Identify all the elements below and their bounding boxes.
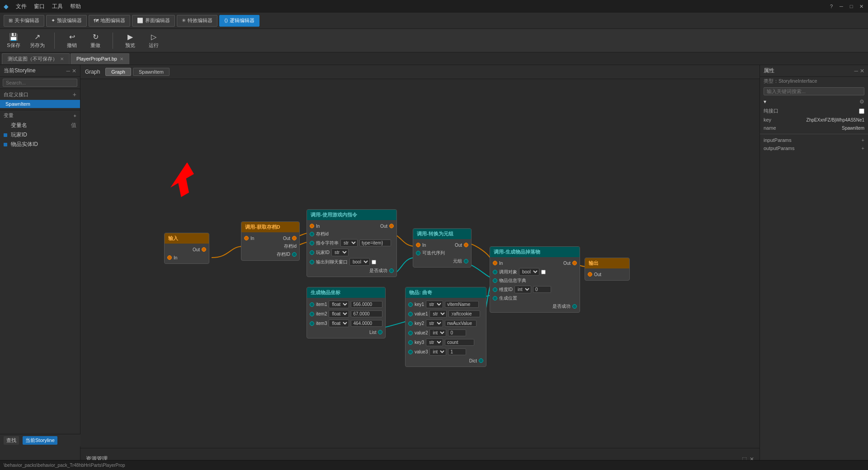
gc-item2-type[interactable]: float [329, 310, 349, 318]
input-in-port[interactable] [167, 255, 172, 260]
ugc-chat-type[interactable]: bool [349, 258, 370, 266]
menu-tools[interactable]: 工具 [52, 3, 63, 10]
find-button[interactable]: 查找 [4, 436, 19, 445]
si-success-port[interactable] [572, 304, 577, 309]
ct-iterable-port[interactable] [416, 251, 420, 255]
redo-button[interactable]: ↻ 重做 [87, 33, 104, 49]
card-editor-btn[interactable]: ⊞ 关卡编辑器 [4, 15, 44, 27]
logic-editor-btn[interactable]: ⟨⟩ 逻辑编辑器 [219, 15, 259, 27]
add-variable-button[interactable]: + [74, 113, 76, 118]
sidebar-close-icon[interactable]: ✕ [72, 68, 76, 74]
prop-settings-icon[interactable]: ⚙ [859, 99, 864, 105]
search-input[interactable] [3, 79, 77, 87]
si-itemdict-port[interactable] [493, 278, 497, 283]
menu-file[interactable]: 文件 [16, 3, 27, 10]
id-val2-port[interactable] [408, 331, 413, 335]
add-interface-button[interactable]: + [73, 91, 76, 98]
minimize-button[interactable]: ─ [838, 3, 844, 9]
gc-item3-value[interactable] [351, 320, 382, 327]
si-target-check[interactable] [541, 270, 546, 274]
menu-window[interactable]: 窗口 [34, 3, 45, 10]
ugc-cmd-type[interactable]: str [340, 239, 358, 247]
id-key2-type[interactable]: str [426, 320, 443, 327]
id-key1-port[interactable] [408, 302, 413, 307]
ga-out-port[interactable] [292, 236, 297, 240]
run-button[interactable]: ▷ 运行 [146, 33, 162, 49]
si-pos-port[interactable] [493, 296, 497, 301]
id-val1-port[interactable] [408, 312, 413, 316]
id-key3-port[interactable] [408, 340, 413, 345]
id-val3-value[interactable] [448, 348, 466, 355]
map-editor-btn[interactable]: 🗺 地图编辑器 [89, 15, 130, 27]
ugc-playerid-port[interactable] [310, 250, 314, 255]
menu-help[interactable]: 帮助 [70, 3, 81, 10]
prop-outputparams-add[interactable]: + [862, 146, 864, 151]
preview-button[interactable]: ▶ 预览 [122, 33, 138, 49]
prop-collapse-btn[interactable]: ▾ ⚙ [760, 97, 868, 106]
prop-inputparams-add[interactable]: + [862, 137, 864, 143]
gc-item1-type[interactable]: float [329, 301, 349, 308]
graph-tab-spawnitem[interactable]: SpawnItem [133, 68, 170, 76]
id-key3-value[interactable] [445, 339, 474, 346]
ugc-out-port[interactable] [389, 224, 394, 228]
id-val1-value[interactable] [448, 310, 480, 317]
ga-in-port[interactable] [244, 236, 249, 240]
prop-pureinterface-check[interactable] [859, 108, 864, 114]
right-panel-minimize[interactable]: ─ [854, 68, 858, 74]
gc-item2-port[interactable] [310, 312, 314, 316]
si-out-port[interactable] [572, 261, 577, 265]
ugc-chat-port[interactable] [310, 260, 314, 264]
graph-canvas[interactable]: 输入 Out In 调用-获取存档D [80, 79, 760, 448]
gc-item3-type[interactable]: float [329, 320, 349, 327]
ugc-chat-check[interactable] [372, 260, 376, 264]
id-dict-port[interactable] [479, 358, 483, 363]
save-as-button[interactable]: ↗ 另存为 [29, 33, 45, 49]
gc-list-port[interactable] [378, 330, 382, 334]
var-row-itemid[interactable]: 物品实体ID [0, 140, 80, 149]
ugc-cmd-value[interactable] [359, 240, 391, 246]
tab-test-blueprint[interactable]: 测试蓝图（不可保存） ✕ [2, 53, 70, 64]
close-button[interactable]: ✕ [858, 3, 864, 9]
id-key3-type[interactable]: str [426, 338, 443, 346]
save-button[interactable]: 💾 S保存 [5, 33, 22, 49]
si-dimid-port[interactable] [493, 287, 497, 292]
id-key1-type[interactable]: str [426, 301, 443, 308]
si-dimid-value[interactable] [533, 286, 551, 293]
id-val2-type[interactable]: int [429, 329, 446, 337]
tab-player-prop[interactable]: PlayerPropPart.bp ✕ [71, 53, 129, 64]
ugc-cmd-port[interactable] [310, 241, 314, 245]
prop-search-input[interactable] [764, 87, 864, 95]
effect-editor-btn[interactable]: ✳ 特效编辑器 [177, 15, 217, 27]
si-target-type[interactable]: bool [519, 268, 539, 276]
gc-item1-value[interactable] [351, 301, 382, 308]
gc-item3-port[interactable] [310, 321, 314, 326]
gc-item2-value[interactable] [351, 310, 382, 317]
ugc-storageid-port[interactable] [310, 232, 314, 236]
ugc-in-port[interactable] [310, 224, 314, 228]
right-panel-close[interactable]: ✕ [860, 68, 864, 74]
ga-storageid-port[interactable] [292, 252, 297, 257]
ct-in-port[interactable] [416, 243, 420, 247]
undo-button[interactable]: ↩ 撤销 [64, 33, 80, 49]
id-key2-value[interactable] [445, 320, 476, 327]
id-val3-port[interactable] [408, 350, 413, 354]
ct-tuple-port[interactable] [464, 259, 468, 263]
ugc-playerid-type[interactable]: str [331, 249, 349, 256]
id-key1-value[interactable] [445, 301, 479, 308]
help-button[interactable]: ? [828, 3, 835, 9]
id-val2-value[interactable] [448, 329, 466, 336]
gc-item1-port[interactable] [310, 302, 314, 307]
graph-tab-graph[interactable]: Graph [105, 68, 131, 76]
output-in-port[interactable] [588, 272, 592, 277]
ugc-success-port[interactable] [389, 268, 394, 273]
tab-player-close[interactable]: ✕ [120, 56, 123, 61]
id-val3-type[interactable]: int [429, 348, 446, 356]
current-storyline-button[interactable]: 当前Storyline [23, 436, 57, 445]
ct-out-port[interactable] [464, 243, 468, 247]
si-dimid-type[interactable]: int [514, 286, 531, 293]
sidebar-minimize-icon[interactable]: ─ [66, 68, 70, 74]
si-in-port[interactable] [493, 261, 497, 265]
ui-editor-btn[interactable]: ⬜ 界面编辑器 [132, 15, 175, 27]
input-out-port[interactable] [202, 247, 206, 252]
preset-editor-btn[interactable]: ✦ 预设编辑器 [46, 15, 87, 27]
